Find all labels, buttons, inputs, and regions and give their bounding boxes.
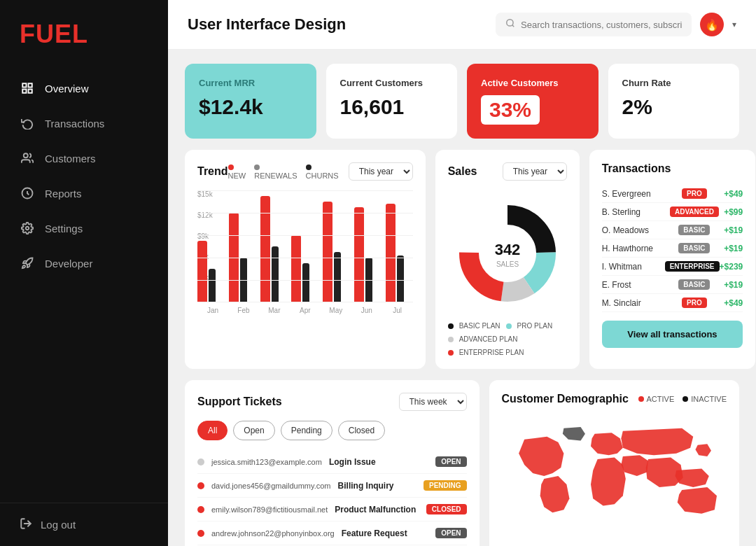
sidebar-nav: OverviewTransactionsCustomersReportsSett… <box>0 71 168 503</box>
filter-btn-pending[interactable]: Pending <box>281 421 332 440</box>
user-menu-chevron[interactable]: ▾ <box>732 20 736 29</box>
sidebar-item-label: Developer <box>45 258 92 270</box>
bar-new <box>229 213 239 302</box>
logout-label: Log out <box>41 519 76 531</box>
search-input[interactable] <box>521 20 682 30</box>
legend-renewals: RENEWALS <box>254 172 297 180</box>
user-avatar[interactable]: 🔥 <box>700 13 724 36</box>
support-card-header: Support Tickets This week <box>197 393 467 411</box>
x-label: May <box>321 307 351 314</box>
logo: FUEL <box>20 20 148 49</box>
transaction-item: E. FrostBASIC+$19 <box>602 276 743 294</box>
tx-name: S. Evergreen <box>602 189 665 199</box>
tx-badge: ENTERPRISE <box>665 261 720 272</box>
svg-rect-3 <box>22 90 26 93</box>
bar-new <box>260 196 270 302</box>
ticket-status: OPEN <box>435 528 466 538</box>
bar-group <box>323 202 350 302</box>
trend-card: Trend NEW RENEWALS CHURNS This year <box>185 150 426 369</box>
x-label: Mar <box>259 307 290 314</box>
ticket-dot <box>197 506 204 513</box>
bar-group <box>197 241 225 302</box>
content-area: Current MRR$12.4kCurrent Customers16,601… <box>168 50 756 546</box>
ticket-dot <box>197 482 204 489</box>
tx-amount: +$49 <box>724 298 743 308</box>
support-filter[interactable]: This week <box>399 393 467 411</box>
legend-new: NEW <box>228 172 246 180</box>
tx-badge: ADVANCED <box>670 206 719 217</box>
bar-group <box>291 235 318 302</box>
metric-label: Current MRR <box>199 78 302 88</box>
sidebar-item-reports[interactable]: Reports <box>11 176 157 210</box>
sidebar-item-label: Customers <box>45 153 96 164</box>
tx-title: Transactions <box>602 162 671 175</box>
settings-icon <box>20 220 35 236</box>
x-label: Jun <box>351 307 382 314</box>
demographic-title: Customer Demographic <box>502 393 629 405</box>
metric-value: $12.4k <box>199 95 302 119</box>
sidebar-item-transactions[interactable]: Transactions <box>11 106 157 140</box>
ticket-row: andrew.johnson22@phonyinbox.orgFeature R… <box>197 522 467 545</box>
ticket-status: CLOSED <box>426 504 467 514</box>
transactions-list: S. EvergreenPRO+$49B. SterlingADVANCED+$… <box>602 185 743 312</box>
demographic-header: Customer Demographic ACTIVE INACTIVE <box>502 393 727 405</box>
legend-churns: CHURNS <box>306 172 339 180</box>
x-label: Apr <box>290 307 321 314</box>
bar-churn <box>334 252 341 302</box>
trend-chart: $15k$12k$9k$6k$3k$0 <box>197 190 413 314</box>
sidebar-item-customers[interactable]: Customers <box>11 141 157 175</box>
sidebar-item-label: Overview <box>45 83 89 94</box>
metric-value: 2% <box>622 95 726 119</box>
bar-churn <box>365 258 372 302</box>
svg-point-6 <box>26 227 29 230</box>
bar-group <box>229 213 256 302</box>
bar-churn <box>240 258 247 302</box>
donut-legend: BASIC PLAN PRO PLAN ADVANCED PLAN ENTERP… <box>448 322 567 356</box>
ticket-email: jessica.smith123@example.com <box>211 458 322 466</box>
bar-new <box>197 241 207 302</box>
filter-btn-closed[interactable]: Closed <box>338 421 385 440</box>
svg-point-4 <box>24 153 28 158</box>
tx-name: E. Frost <box>602 280 665 290</box>
sales-filter[interactable]: This year <box>503 162 567 181</box>
metric-card-active: Active Customers33% <box>467 64 598 139</box>
filter-btn-all[interactable]: All <box>197 421 227 440</box>
ticket-email: david.jones456@gmaildummy.com <box>211 482 331 490</box>
transaction-item: B. SterlingADVANCED+$99 <box>602 203 743 221</box>
ticket-issue: Billing Inquiry <box>338 481 416 491</box>
sales-title: Sales <box>448 165 477 178</box>
support-title: Support Tickets <box>197 396 282 408</box>
logout-button[interactable]: Log out <box>20 517 148 532</box>
developer-icon <box>20 255 35 271</box>
ticket-email: emily.wilson789@fictitiousmail.net <box>211 505 328 514</box>
bar-new <box>291 235 301 302</box>
support-card: Support Tickets This week AllOpenPending… <box>185 380 479 546</box>
reports-icon <box>20 186 35 201</box>
metric-label: Current Customers <box>340 78 444 88</box>
ticket-status: PENDING <box>424 480 467 491</box>
tickets-list: jessica.smith123@example.comLogin IssueO… <box>197 450 467 545</box>
tx-amount: +$19 <box>724 280 743 290</box>
sidebar-item-overview[interactable]: Overview <box>11 71 157 105</box>
filter-btn-open[interactable]: Open <box>233 421 274 440</box>
trend-card-header: Trend NEW RENEWALS CHURNS This year <box>197 162 413 181</box>
trend-filter[interactable]: This year <box>349 162 413 181</box>
ticket-issue: Login Issue <box>329 457 428 467</box>
metric-card-churn: Churn Rate2% <box>608 64 740 139</box>
trend-title: Trend <box>197 165 228 178</box>
search-box[interactable] <box>496 13 692 36</box>
sidebar-logo-area: FUEL <box>0 0 168 71</box>
svg-point-8 <box>507 20 513 26</box>
sidebar-item-settings[interactable]: Settings <box>11 211 157 245</box>
view-all-button[interactable]: View all transactions <box>602 321 743 348</box>
ticket-issue: Product Malfunction <box>335 505 419 514</box>
ticket-issue: Feature Request <box>342 528 429 538</box>
sidebar-item-label: Transactions <box>45 118 104 130</box>
sidebar-item-developer[interactable]: Developer <box>11 246 157 280</box>
bar-churn <box>209 269 216 302</box>
bottom-row: Support Tickets This week AllOpenPending… <box>185 380 739 546</box>
bar-group <box>386 204 413 302</box>
metric-value: 16,601 <box>340 95 444 119</box>
svg-rect-0 <box>22 83 26 87</box>
logout-area: Log out <box>0 503 168 546</box>
